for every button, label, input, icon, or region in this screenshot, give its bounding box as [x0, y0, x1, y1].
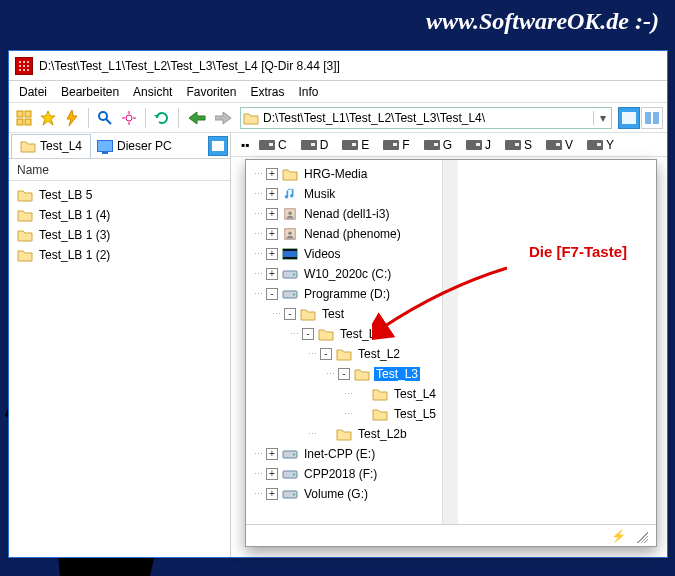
- tree-node[interactable]: ⋯+Musik: [250, 184, 438, 204]
- expand-icon[interactable]: +: [266, 168, 278, 180]
- tree-node[interactable]: ⋯-Programme (D:): [250, 284, 438, 304]
- collapse-icon[interactable]: -: [338, 368, 350, 380]
- expand-icon[interactable]: +: [266, 268, 278, 280]
- file-list[interactable]: Test_LB 5Test_LB 1 (4)Test_LB 1 (3)Test_…: [9, 181, 230, 557]
- tree-line: ⋯: [308, 429, 316, 439]
- folder-tree[interactable]: ⋯+HRG-Media⋯+Musik⋯+Nenad (dell1-i3)⋯+Ne…: [246, 160, 442, 502]
- run-bolt-icon[interactable]: [61, 107, 83, 129]
- tree-node[interactable]: ⋯+Nenad (dell1-i3): [250, 204, 438, 224]
- titlebar[interactable]: D:\Test\Test_L1\Test_L2\Test_L3\Test_L4 …: [9, 51, 667, 81]
- menu-favoriten[interactable]: Favoriten: [186, 85, 236, 99]
- tree-node[interactable]: ⋯+W10_2020c (C:): [250, 264, 438, 284]
- tab-test-l4[interactable]: Test_L4: [11, 134, 91, 158]
- scrollbar[interactable]: [442, 160, 458, 524]
- drive-icon: [505, 140, 521, 150]
- drive-menu-icon[interactable]: ▪▪: [237, 137, 253, 153]
- expand-icon[interactable]: +: [266, 448, 278, 460]
- list-item[interactable]: Test_LB 1 (3): [15, 225, 224, 245]
- collapse-icon[interactable]: -: [320, 348, 332, 360]
- drive-J[interactable]: J: [464, 138, 493, 152]
- expand-icon[interactable]: +: [266, 468, 278, 480]
- drive-E[interactable]: E: [340, 138, 371, 152]
- tree-node[interactable]: ⋯Test_L5: [250, 404, 438, 424]
- tree-node[interactable]: ⋯+Videos: [250, 244, 438, 264]
- column-name[interactable]: Name: [17, 163, 49, 177]
- menu-ansicht[interactable]: Ansicht: [133, 85, 172, 99]
- drive-icon: [587, 140, 603, 150]
- address-field[interactable]: ▾: [240, 107, 612, 129]
- drive-F[interactable]: F: [381, 138, 411, 152]
- drive-letter: F: [402, 138, 409, 152]
- menu-bearbeiten[interactable]: Bearbeiten: [61, 85, 119, 99]
- tree-node[interactable]: ⋯Test_L2b: [250, 424, 438, 444]
- tree-node[interactable]: ⋯+Nenad (phenome): [250, 224, 438, 244]
- expand-icon[interactable]: +: [266, 248, 278, 260]
- list-item[interactable]: Test_LB 1 (4): [15, 205, 224, 225]
- expand-icon[interactable]: +: [266, 228, 278, 240]
- drive-Y[interactable]: Y: [585, 138, 616, 152]
- drive-letter: S: [524, 138, 532, 152]
- drive-V[interactable]: V: [544, 138, 575, 152]
- expand-icon[interactable]: +: [266, 208, 278, 220]
- collapse-icon[interactable]: -: [302, 328, 314, 340]
- expand-icon[interactable]: +: [266, 188, 278, 200]
- bolt-icon[interactable]: ⚡: [611, 529, 626, 543]
- collapse-icon[interactable]: -: [266, 288, 278, 300]
- favorites-star-icon[interactable]: [37, 107, 59, 129]
- view-split-button[interactable]: [641, 107, 663, 129]
- view-single-button[interactable]: [618, 107, 640, 129]
- tree-line: ⋯: [254, 169, 262, 179]
- svg-point-14: [23, 69, 25, 71]
- file-name: Test_LB 1 (2): [39, 248, 110, 262]
- refresh-icon[interactable]: [151, 107, 173, 129]
- list-item[interactable]: Test_LB 5: [15, 185, 224, 205]
- menu-info[interactable]: Info: [298, 85, 318, 99]
- svg-rect-18: [17, 119, 23, 125]
- folder-icon: [241, 111, 261, 125]
- tab-this-pc[interactable]: Dieser PC: [91, 139, 178, 153]
- nav-forward-button[interactable]: [212, 107, 238, 129]
- drive-icon: [282, 447, 298, 461]
- tree-node[interactable]: ⋯-Test_L3: [250, 364, 438, 384]
- pane-view-button[interactable]: [208, 136, 228, 156]
- tab-label: Dieser PC: [117, 139, 172, 153]
- drive-letter: D: [320, 138, 329, 152]
- drive-D[interactable]: D: [299, 138, 331, 152]
- drive-G[interactable]: G: [422, 138, 454, 152]
- tree-node[interactable]: ⋯-Test: [250, 304, 438, 324]
- address-dropdown-icon[interactable]: ▾: [593, 111, 611, 125]
- folder-icon: [282, 167, 298, 181]
- search-icon[interactable]: [94, 107, 116, 129]
- tree-label: Test_L4: [392, 387, 438, 401]
- expand-icon[interactable]: +: [266, 488, 278, 500]
- tree-node[interactable]: ⋯Test_L4: [250, 384, 438, 404]
- address-input[interactable]: [261, 111, 593, 125]
- tree-node[interactable]: ⋯+CPP2018 (F:): [250, 464, 438, 484]
- drive-icon: [466, 140, 482, 150]
- contact-icon: [282, 227, 298, 241]
- svg-point-39: [288, 231, 292, 235]
- layout-quad-icon[interactable]: [13, 107, 35, 129]
- list-item[interactable]: Test_LB 1 (2): [15, 245, 224, 265]
- tree-line: ⋯: [254, 469, 262, 479]
- resize-grip-icon[interactable]: [634, 529, 648, 543]
- address-bar: ▾: [240, 106, 612, 130]
- drive-S[interactable]: S: [503, 138, 534, 152]
- folder-icon: [20, 139, 36, 153]
- collapse-icon[interactable]: -: [284, 308, 296, 320]
- menu-extras[interactable]: Extras: [250, 85, 284, 99]
- nav-back-button[interactable]: [184, 107, 210, 129]
- tree-label: Test_L3: [374, 367, 420, 381]
- monitor-icon: [97, 140, 113, 152]
- tree-node[interactable]: ⋯+HRG-Media: [250, 164, 438, 184]
- drive-C[interactable]: C: [257, 138, 289, 152]
- tree-node[interactable]: ⋯-Test_L2: [250, 344, 438, 364]
- folder-icon: [17, 208, 33, 222]
- svg-rect-17: [25, 111, 31, 117]
- tree-node[interactable]: ⋯-Test_L1: [250, 324, 438, 344]
- tools-gear-icon[interactable]: [118, 107, 140, 129]
- menu-datei[interactable]: Datei: [19, 85, 47, 99]
- tree-node[interactable]: ⋯+Inet-CPP (E:): [250, 444, 438, 464]
- list-header[interactable]: Name: [9, 159, 230, 181]
- tree-node[interactable]: ⋯+Volume (G:): [250, 484, 438, 502]
